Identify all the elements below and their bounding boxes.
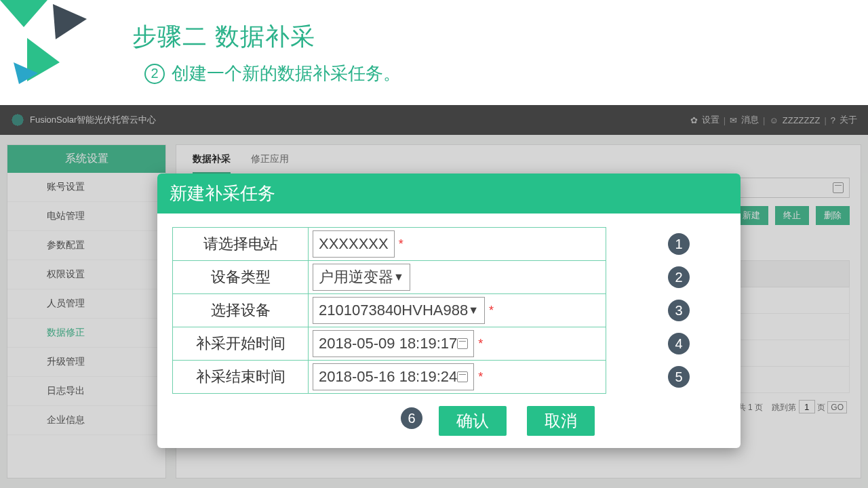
user-icon[interactable]: ☺ <box>770 115 778 125</box>
form-input-3[interactable]: 2018-05-09 18:19:17 <box>313 330 474 357</box>
topbar-about[interactable]: 关于 <box>840 114 857 126</box>
sidebar-item-4[interactable]: 人员管理 <box>7 289 165 319</box>
pager-page-suffix: 页 <box>817 403 825 412</box>
callout-2: 2 <box>668 266 690 288</box>
svg-marker-0 <box>0 0 47 27</box>
slide-subtitle: 创建一个新的数据补采任务。 <box>172 62 401 85</box>
pager-go-button[interactable]: GO <box>827 401 847 413</box>
sidebar-item-2[interactable]: 参数配置 <box>7 231 165 260</box>
pager-jump-label: 跳到第 <box>772 403 796 412</box>
callout-1: 1 <box>668 233 690 255</box>
form-input-0[interactable]: XXXXXXX <box>313 230 395 258</box>
decorative-logo <box>0 0 115 88</box>
gear-icon[interactable]: ✿ <box>690 115 698 125</box>
form-input-1[interactable]: 户用逆变器▼ <box>313 264 410 291</box>
form-value: XXXXXXX <box>319 235 389 253</box>
tab-1[interactable]: 修正应用 <box>251 153 289 174</box>
callout-4: 4 <box>668 333 690 354</box>
sidebar-item-8[interactable]: 企业信息 <box>7 406 165 435</box>
stop-button[interactable]: 终止 <box>775 206 809 225</box>
calendar-icon <box>833 182 844 193</box>
form-value: 户用逆变器 <box>319 267 393 287</box>
topbar-settings[interactable]: 设置 <box>702 114 719 126</box>
sidebar-item-0[interactable]: 账号设置 <box>7 173 165 202</box>
calendar-icon <box>457 338 468 349</box>
form-label: 设备类型 <box>173 261 309 294</box>
form-value: 2018-05-09 18:19:17 <box>319 335 457 352</box>
new-task-modal: 新建补采任务 请选择电站XXXXXXX*1设备类型户用逆变器▼2选择设备2101… <box>157 174 741 448</box>
globe-icon <box>11 113 24 127</box>
topbar-messages[interactable]: 消息 <box>741 114 759 126</box>
sidebar-item-3[interactable]: 权限设置 <box>7 260 165 289</box>
required-star-icon: * <box>478 337 483 351</box>
topbar-user[interactable]: ZZZZZZZ <box>783 115 821 125</box>
svg-marker-1 <box>53 4 87 39</box>
confirm-button[interactable]: 确认 <box>439 406 507 436</box>
callout-5: 5 <box>668 366 690 388</box>
form-value: 2018-05-16 18:19:24 <box>319 368 457 386</box>
required-star-icon: * <box>489 304 494 318</box>
help-icon[interactable]: ? <box>831 115 835 125</box>
sidebar-item-7[interactable]: 日志导出 <box>7 377 165 406</box>
form-label: 请选择电站 <box>173 228 309 261</box>
form-label: 补采开始时间 <box>173 327 309 361</box>
app-topbar: FusionSolar智能光伏托管云中心 ✿ 设置 | ✉ 消息 | ☺ ZZZ… <box>0 105 868 135</box>
pager-page-input[interactable] <box>799 400 815 413</box>
sidebar: 系统设置 账号设置电站管理参数配置权限设置人员管理数据修正升级管理日志导出企业信… <box>7 144 166 479</box>
sidebar-title: 系统设置 <box>7 145 165 173</box>
delete-button[interactable]: 删除 <box>816 206 850 225</box>
brand-text: FusionSolar智能光伏托管云中心 <box>30 114 156 126</box>
required-star-icon: * <box>478 370 483 384</box>
chevron-down-icon: ▼ <box>393 271 404 283</box>
sidebar-item-6[interactable]: 升级管理 <box>7 348 165 377</box>
form-value: 2101073840HVHA988 <box>319 302 468 319</box>
sidebar-item-1[interactable]: 电站管理 <box>7 202 165 231</box>
required-star-icon: * <box>399 237 403 251</box>
cancel-button[interactable]: 取消 <box>527 406 595 436</box>
mail-icon[interactable]: ✉ <box>730 115 737 125</box>
form-input-4[interactable]: 2018-05-16 18:19:24 <box>313 363 474 390</box>
calendar-icon <box>457 371 468 382</box>
tab-0[interactable]: 数据补采 <box>193 153 231 174</box>
pager-total: 共 1 页 <box>738 403 763 412</box>
form-input-2[interactable]: 2101073840HVHA988▼ <box>313 297 485 324</box>
modal-title: 新建补采任务 <box>157 174 741 214</box>
form-label: 补采结束时间 <box>173 361 309 394</box>
form-label: 选择设备 <box>173 294 309 327</box>
step-number-icon: 2 <box>144 64 165 84</box>
slide-title: 步骤二 数据补采 <box>132 20 401 54</box>
chevron-down-icon: ▼ <box>468 304 479 317</box>
callout-6: 6 <box>401 407 422 429</box>
sidebar-item-5[interactable]: 数据修正 <box>7 319 165 348</box>
callout-3: 3 <box>668 300 690 321</box>
